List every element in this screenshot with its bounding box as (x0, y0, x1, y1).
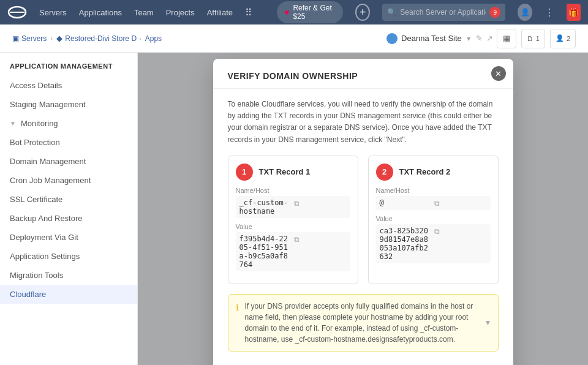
notification-badge[interactable]: 9 (489, 7, 500, 18)
top-navigation: Servers Applications Team Projects Affil… (0, 0, 588, 24)
sidebar-item-bot-protection[interactable]: Bot Protection (0, 133, 137, 152)
sidebar-item-access-details[interactable]: Access Details (0, 76, 137, 95)
dns-record-1-value-field: Value f395b4d4-2205-4f51-951a-b9c5a0af87… (236, 223, 350, 271)
sidebar-label-cloudflare: Cloudflare (10, 290, 46, 299)
breadcrumb-servers[interactable]: ▣ Servers (12, 34, 47, 43)
breadcrumb-apps[interactable]: Apps (145, 34, 162, 43)
sidebar-item-staging-management[interactable]: Staging Management (0, 95, 137, 114)
modal-overlay: VERIFY DOMAIN OWNERSHIP ✕ To enable Clou… (138, 53, 588, 365)
dns-record-2-name-value: @ (380, 198, 432, 207)
sidebar-section-title: Application Management (0, 62, 137, 76)
breadcrumb-server-name[interactable]: ◆ Restored-Divi Store D › (56, 34, 141, 43)
page-icon: 🗋 (527, 35, 533, 42)
sidebar-label-staging-management: Staging Management (10, 100, 86, 109)
warning-chevron-icon[interactable]: ▼ (484, 317, 492, 328)
add-button[interactable]: + (355, 4, 370, 21)
dns-record-2-title: TXT Record 2 (399, 167, 451, 176)
sidebar-chevron-monitoring: ▼ (10, 120, 16, 127)
sidebar-item-ssl-certificate[interactable]: SSL Certificate (0, 190, 137, 209)
nav-projects[interactable]: Projects (166, 8, 195, 17)
breadcrumb-sep-1: › (50, 34, 53, 43)
app-icon (386, 33, 398, 44)
page-count-button[interactable]: 🗋 1 (521, 29, 545, 48)
dns-record-1-name-copy-icon[interactable]: ⧉ (294, 199, 347, 208)
page-count: 1 (536, 35, 540, 42)
dns-record-1-name-value-row: _cf-custom-hostname ⧉ (236, 196, 350, 218)
dns-record-1-value: f395b4d4-2205-4f51-951a-b9c5a0af8764 (239, 235, 292, 269)
view-icon-button[interactable]: ▦ (497, 29, 516, 48)
dns-record-2-name-copy-icon[interactable]: ⧉ (434, 199, 487, 208)
dns-record-1-card: 1 TXT Record 1 Name/Host _cf-custom-host… (228, 156, 358, 284)
dns-record-2-value-label: Value (376, 215, 491, 222)
search-input[interactable] (400, 8, 486, 17)
search-bar: 🔍 9 (382, 4, 505, 21)
refer-label: Refer & Get $25 (293, 4, 336, 21)
dns-record-2-value-row: ca3-825b3209d81547e8a8053a107afb2632 ⧉ (376, 224, 491, 263)
dns-record-1-title: TXT Record 1 (259, 167, 311, 176)
servers-label: Servers (21, 34, 47, 43)
user-avatar[interactable]: 👤 (518, 4, 532, 21)
dns-record-1-header: 1 TXT Record 1 (236, 164, 350, 181)
sidebar-item-domain-management[interactable]: Domain Management (0, 152, 137, 171)
app-external-link-icon[interactable]: ↗ (486, 34, 493, 43)
dns-record-2-card: 2 TXT Record 2 Name/Host @ ⧉ (368, 156, 499, 284)
nav-applications[interactable]: Applications (79, 8, 122, 17)
dns-record-2-value-copy-icon[interactable]: ⧉ (434, 227, 487, 236)
dns-record-1-name-field: Name/Host _cf-custom-hostname ⧉ (236, 187, 350, 218)
app-logo[interactable] (7, 6, 27, 19)
modal-body: To enable Cloudflare services, you will … (213, 89, 513, 365)
modal-close-button[interactable]: ✕ (491, 66, 506, 81)
sidebar: Application Management Access Details St… (0, 53, 138, 365)
app-name: Deanna Test Site (401, 34, 462, 43)
app-edit-icon[interactable]: ✎ (476, 34, 483, 43)
dns-record-2-name-label: Name/Host (376, 187, 491, 194)
sidebar-item-migration-tools[interactable]: Migration Tools (0, 266, 137, 285)
sidebar-item-backup-restore[interactable]: Backup And Restore (0, 209, 137, 228)
app-chevron-icon[interactable]: ▼ (466, 35, 472, 42)
sidebar-item-cloudflare[interactable]: Cloudflare (0, 285, 137, 304)
server-icon: ▣ (12, 34, 19, 43)
sidebar-item-deployment-git[interactable]: Deployment Via Git (0, 228, 137, 247)
user-count-button[interactable]: 👤 2 (550, 29, 576, 48)
sidebar-label-application-settings: Application Settings (10, 252, 80, 261)
app-label-area: Deanna Test Site ▼ ✎ ↗ (386, 33, 493, 44)
sidebar-item-application-settings[interactable]: Application Settings (0, 247, 137, 266)
dns-record-2-value: ca3-825b3209d81547e8a8053a107afb2632 (380, 227, 432, 261)
nav-servers[interactable]: Servers (39, 8, 67, 17)
grid-icon[interactable]: ⠿ (245, 7, 252, 18)
dns-record-1-name-label: Name/Host (236, 187, 350, 194)
dns-record-2-value-field: Value ca3-825b3209d81547e8a8053a107afb26… (376, 215, 491, 263)
user-count: 2 (567, 35, 570, 42)
modal-header: VERIFY DOMAIN OWNERSHIP ✕ (213, 59, 513, 89)
sidebar-label-domain-management: Domain Management (10, 157, 86, 166)
warning-icon: ℹ (236, 301, 239, 314)
dns-record-2-name-value-row: @ ⧉ (376, 196, 491, 210)
dns-record-2-header: 2 TXT Record 2 (376, 164, 491, 181)
breadcrumb-actions: ▦ 🗋 1 👤 2 (497, 29, 576, 48)
more-options-icon[interactable]: ⋮ (545, 7, 554, 18)
dns-record-1-value-copy-icon[interactable]: ⧉ (294, 235, 347, 244)
apps-label: Apps (145, 34, 162, 43)
sidebar-label-ssl-certificate: SSL Certificate (10, 195, 62, 204)
sidebar-label-migration-tools: Migration Tools (10, 271, 63, 280)
dns-record-1-value-label: Value (236, 223, 350, 230)
nav-affiliate[interactable]: Affiliate (207, 8, 233, 17)
content-area: designsafetyproducts.com ENABLE * Cloudf… (138, 53, 588, 365)
server-color-icon: ◆ (56, 34, 62, 43)
server-chevron-icon: › (139, 35, 141, 42)
modal-description: To enable Cloudflare services, you will … (228, 99, 499, 146)
sidebar-item-cron-job[interactable]: Cron Job Management (0, 171, 137, 190)
search-icon: 🔍 (387, 8, 396, 17)
refer-button[interactable]: ♥ Refer & Get $25 (277, 1, 343, 23)
heart-icon: ♥ (284, 7, 289, 17)
dns-records-grid: 1 TXT Record 1 Name/Host _cf-custom-host… (228, 156, 499, 284)
dns-record-2-name-field: Name/Host @ ⧉ (376, 187, 491, 210)
server-name-label: Restored-Divi Store D (65, 34, 137, 43)
dns-record-1-value-row: f395b4d4-2205-4f51-951a-b9c5a0af8764 ⧉ (236, 232, 350, 271)
nav-team[interactable]: Team (134, 8, 154, 17)
warning-box: ℹ If your DNS provider accepts only full… (228, 294, 499, 352)
sidebar-item-monitoring[interactable]: ▼ Monitoring (0, 114, 137, 133)
sidebar-label-deployment-git: Deployment Via Git (10, 233, 78, 242)
gift-icon[interactable]: 🎁 (567, 4, 581, 21)
dns-record-1-name-value: _cf-custom-hostname (239, 198, 292, 216)
